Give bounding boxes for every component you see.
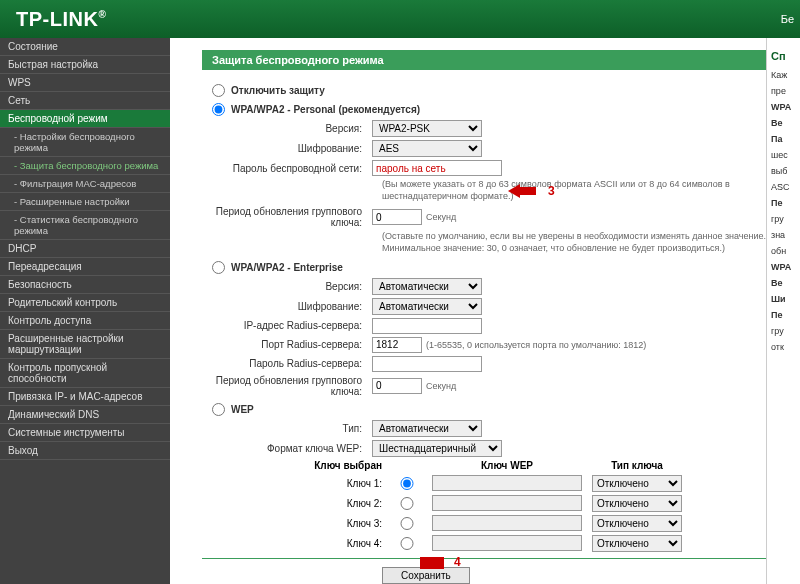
wep-key-input-3[interactable]	[432, 515, 582, 531]
help-line-7: ASC	[771, 182, 796, 192]
help-line-0: Каж	[771, 70, 796, 80]
sidebar-item-4[interactable]: Беспроводной режим	[0, 110, 170, 128]
input-wireless-password[interactable]	[372, 160, 502, 176]
sidebar-item-9[interactable]: - Статистика беспроводного режима	[0, 211, 170, 240]
sidebar-item-11[interactable]: Переадресация	[0, 258, 170, 276]
input-radius-ip[interactable]	[372, 318, 482, 334]
annotation-3: 3	[548, 184, 555, 198]
wep-key-input-4[interactable]	[432, 535, 582, 551]
select-wpa-version[interactable]: WPA2-PSK	[372, 120, 482, 137]
wep-radio-1[interactable]	[392, 477, 422, 490]
wep-type-select-4[interactable]: Отключено	[592, 535, 682, 552]
save-button[interactable]: Сохранить	[382, 567, 470, 584]
select-wpa-encryption[interactable]: AES	[372, 140, 482, 157]
help-line-14: Ши	[771, 294, 796, 304]
help-line-1: пре	[771, 86, 796, 96]
sidebar-item-18[interactable]: Динамический DNS	[0, 406, 170, 424]
wep-type-select-3[interactable]: Отключено	[592, 515, 682, 532]
label-radius-ip: IP-адрес Radius-сервера:	[202, 320, 372, 331]
sidebar-item-15[interactable]: Расширенные настройки маршрутизации	[0, 330, 170, 359]
help-line-11: обн	[771, 246, 796, 256]
help-line-15: Пе	[771, 310, 796, 320]
note-gku: (Оставьте по умолчанию, если вы не увере…	[202, 231, 766, 254]
wep-row-label: Ключ 1:	[312, 478, 382, 489]
help-line-2: WPA	[771, 102, 796, 112]
sidebar-item-12[interactable]: Безопасность	[0, 276, 170, 294]
label-gku: Период обновления группового ключа:	[202, 206, 372, 228]
wep-key-input-1[interactable]	[432, 475, 582, 491]
label-radius-port: Порт Radius-сервера:	[202, 339, 372, 350]
wep-row-label: Ключ 4:	[312, 538, 382, 549]
sidebar-item-14[interactable]: Контроль доступа	[0, 312, 170, 330]
sidebar-item-8[interactable]: - Расширенные настройки	[0, 193, 170, 211]
wep-radio-3[interactable]	[392, 517, 422, 530]
sidebar-item-3[interactable]: Сеть	[0, 92, 170, 110]
wep-type-select-2[interactable]: Отключено	[592, 495, 682, 512]
wep-row-2: Ключ 2:Отключено	[312, 495, 754, 512]
label-disable-security: Отключить защиту	[231, 85, 325, 96]
header-right-text: Бе	[781, 13, 794, 25]
label-wep-format: Формат ключа WEP:	[202, 443, 372, 454]
label-encryption: Шифрование:	[202, 143, 372, 154]
hint-gku-unit: Секунд	[426, 212, 456, 222]
note-password: (Вы можете указать от 8 до 63 символов ф…	[202, 179, 766, 202]
label-ent-gku: Период обновления группового ключа:	[202, 375, 372, 397]
select-wep-type[interactable]: Автоматически	[372, 420, 482, 437]
wep-row-4: Ключ 4:Отключено	[312, 535, 754, 552]
sidebar-item-19[interactable]: Системные инструменты	[0, 424, 170, 442]
wep-table: Ключ выбран Ключ WEP Тип ключа Ключ 1:От…	[312, 460, 754, 552]
annotation-4: 4	[454, 555, 461, 569]
label-radius-pwd: Пароль Radius-сервера:	[202, 358, 372, 369]
help-panel: СпКажпреWPAВеПашесвыбASCПегрузнаобнWPAВе…	[766, 38, 800, 584]
help-line-13: Ве	[771, 278, 796, 288]
wep-row-3: Ключ 3:Отключено	[312, 515, 754, 532]
help-line-5: шес	[771, 150, 796, 160]
input-radius-pwd[interactable]	[372, 356, 482, 372]
sidebar-item-1[interactable]: Быстрая настройка	[0, 56, 170, 74]
label-version: Версия:	[202, 123, 372, 134]
wep-key-input-2[interactable]	[432, 495, 582, 511]
select-ent-version[interactable]: Автоматически	[372, 278, 482, 295]
sidebar-item-7[interactable]: - Фильтрация MAC-адресов	[0, 175, 170, 193]
help-line-3: Ве	[771, 118, 796, 128]
input-ent-gku[interactable]	[372, 378, 422, 394]
sidebar-item-20[interactable]: Выход	[0, 442, 170, 460]
input-gku[interactable]	[372, 209, 422, 225]
help-title: Сп	[771, 50, 796, 62]
sidebar-item-10[interactable]: DHCP	[0, 240, 170, 258]
label-wireless-password: Пароль беспроводной сети:	[202, 163, 372, 174]
hint-radius-port: (1-65535, 0 используется порта по умолча…	[426, 340, 646, 350]
divider	[202, 558, 766, 559]
sidebar-item-17[interactable]: Привязка IP- и MAC-адресов	[0, 388, 170, 406]
help-line-16: гру	[771, 326, 796, 336]
wep-type-select-1[interactable]: Отключено	[592, 475, 682, 492]
radio-wep[interactable]	[212, 403, 225, 416]
help-line-12: WPA	[771, 262, 796, 272]
help-line-4: Па	[771, 134, 796, 144]
radio-wpa-enterprise[interactable]	[212, 261, 225, 274]
label-wpa-enterprise: WPA/WPA2 - Enterprise	[231, 262, 343, 273]
help-line-10: зна	[771, 230, 796, 240]
radio-disable-security[interactable]	[212, 84, 225, 97]
help-line-17: отк	[771, 342, 796, 352]
help-line-6: выб	[771, 166, 796, 176]
wep-col-key: Ключ WEP	[432, 460, 582, 471]
sidebar-item-2[interactable]: WPS	[0, 74, 170, 92]
select-wep-format[interactable]: Шестнадцатеричный	[372, 440, 502, 457]
sidebar-item-6[interactable]: - Защита беспроводного режима	[0, 157, 170, 175]
wep-col-selected: Ключ выбран	[312, 460, 382, 471]
label-ent-version: Версия:	[202, 281, 372, 292]
page-title: Защита беспроводного режима	[202, 50, 766, 70]
input-radius-port[interactable]	[372, 337, 422, 353]
wep-radio-2[interactable]	[392, 497, 422, 510]
sidebar-item-16[interactable]: Контроль пропускной способности	[0, 359, 170, 388]
wep-row-1: Ключ 1:Отключено	[312, 475, 754, 492]
select-ent-encryption[interactable]: Автоматически	[372, 298, 482, 315]
sidebar-item-0[interactable]: Состояние	[0, 38, 170, 56]
radio-wpa-personal[interactable]	[212, 103, 225, 116]
label-wep: WEP	[231, 404, 254, 415]
label-ent-encryption: Шифрование:	[202, 301, 372, 312]
sidebar-item-5[interactable]: - Настройки беспроводного режима	[0, 128, 170, 157]
wep-radio-4[interactable]	[392, 537, 422, 550]
sidebar-item-13[interactable]: Родительский контроль	[0, 294, 170, 312]
